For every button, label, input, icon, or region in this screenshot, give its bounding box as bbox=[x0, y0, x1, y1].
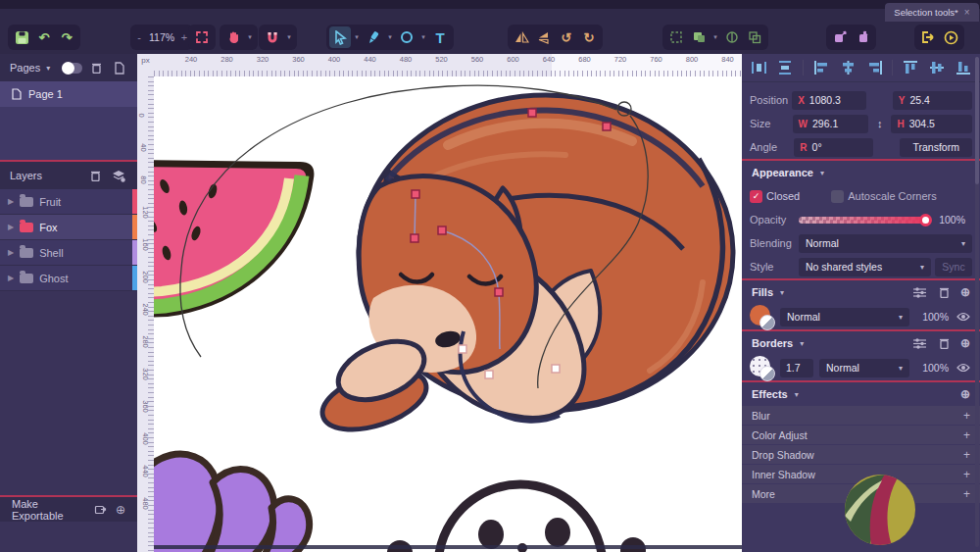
redo-button[interactable]: ↷ bbox=[56, 26, 77, 48]
effect-item-color-adjust[interactable]: Color Adjust + bbox=[742, 426, 980, 444]
fill-blend-dropdown[interactable]: Normal ▾ bbox=[780, 308, 909, 326]
flip-horizontal-button[interactable] bbox=[511, 26, 532, 48]
add-icon[interactable]: + bbox=[963, 428, 970, 442]
add-icon[interactable]: + bbox=[963, 409, 970, 423]
zoom-level[interactable]: 117% bbox=[146, 31, 177, 43]
flip-vertical-button[interactable] bbox=[533, 26, 555, 48]
lock-ratio-button[interactable]: ↕ bbox=[872, 115, 887, 132]
fill-settings-button[interactable] bbox=[911, 287, 929, 298]
layer-expand-caret-icon[interactable]: ▶ bbox=[8, 248, 14, 257]
appearance-header[interactable]: Appearance ▾ bbox=[742, 161, 980, 184]
add-export-icon[interactable]: ⊕ bbox=[116, 503, 125, 517]
shape-tool-button[interactable] bbox=[396, 26, 417, 48]
blending-dropdown[interactable]: Normal ▾ bbox=[799, 234, 972, 253]
fox-illustration[interactable] bbox=[316, 95, 733, 441]
align-right-button[interactable] bbox=[865, 60, 883, 75]
position-x-field[interactable]: X 1080.3 bbox=[792, 91, 866, 110]
zoom-out-button[interactable]: - bbox=[133, 31, 145, 43]
delete-page-button[interactable] bbox=[88, 62, 105, 74]
border-visibility-button[interactable] bbox=[955, 363, 972, 373]
pen-tool-button[interactable] bbox=[363, 26, 384, 48]
layer-expand-caret-icon[interactable]: ▶ bbox=[8, 274, 14, 282]
fill-color-swatch[interactable] bbox=[750, 305, 774, 329]
group-button[interactable] bbox=[688, 26, 710, 48]
add-icon[interactable]: + bbox=[963, 468, 970, 481]
make-exportable-button[interactable] bbox=[93, 504, 108, 516]
add-icon[interactable]: + bbox=[963, 487, 970, 501]
height-field[interactable]: H 304.5 bbox=[891, 115, 972, 133]
snap-button[interactable] bbox=[262, 26, 283, 48]
zoom-to-fit-button[interactable] bbox=[191, 26, 213, 48]
layer-item-fox[interactable]: ▶ Fox bbox=[0, 215, 137, 240]
border-color-swatch[interactable] bbox=[750, 356, 774, 380]
align-top-button[interactable] bbox=[902, 60, 919, 75]
document-tab[interactable]: Selection tools* × bbox=[885, 3, 979, 22]
fill-visibility-button[interactable] bbox=[955, 312, 972, 322]
layer-item-ghost[interactable]: ▶ Ghost bbox=[0, 266, 137, 291]
add-effect-icon[interactable]: ⊕ bbox=[960, 387, 970, 401]
add-layer-button[interactable] bbox=[110, 170, 127, 182]
distribute-horizontal-button[interactable] bbox=[750, 60, 767, 75]
effect-item-drop-shadow[interactable]: Drop Shadow + bbox=[742, 445, 980, 464]
divide-button[interactable] bbox=[721, 26, 743, 48]
pages-caret-icon[interactable]: ▾ bbox=[46, 64, 50, 73]
save-button[interactable] bbox=[11, 26, 32, 48]
opacity-slider-knob[interactable] bbox=[919, 214, 932, 226]
horizontal-ruler[interactable]: 2402803203604004404805205606006406807207… bbox=[154, 54, 742, 76]
delete-fill-button[interactable] bbox=[936, 286, 954, 298]
fills-header[interactable]: Fills ▾ ⊕ bbox=[742, 280, 980, 304]
position-y-field[interactable]: Y 25.4 bbox=[893, 91, 972, 110]
layer-expand-caret-icon[interactable]: ▶ bbox=[8, 197, 14, 206]
text-tool-button[interactable]: T bbox=[429, 26, 451, 48]
autoscale-checkbox[interactable] bbox=[831, 190, 844, 203]
delete-layer-button[interactable] bbox=[86, 170, 104, 181]
copy-style-button[interactable] bbox=[829, 26, 851, 48]
add-border-icon[interactable]: ⊕ bbox=[960, 336, 970, 350]
pen-tool-caret-icon[interactable]: ▾ bbox=[385, 33, 395, 41]
sync-button[interactable]: Sync bbox=[935, 258, 972, 276]
canvas-scrollbar[interactable] bbox=[154, 545, 742, 549]
effect-item-blur[interactable]: Blur + bbox=[742, 406, 980, 425]
layer-item-shell[interactable]: ▶ Shell bbox=[0, 240, 137, 266]
align-middle-vertical-button[interactable] bbox=[928, 60, 946, 75]
rotate-ccw-button[interactable]: ↺ bbox=[556, 26, 577, 48]
border-blend-dropdown[interactable]: Normal ▾ bbox=[819, 359, 909, 377]
vertical-ruler[interactable]: 04080120160200240280320360400440480 bbox=[137, 76, 154, 552]
align-left-button[interactable] bbox=[812, 60, 830, 75]
opacity-slider[interactable] bbox=[799, 217, 928, 224]
present-button[interactable] bbox=[940, 26, 961, 48]
undo-button[interactable]: ↶ bbox=[33, 26, 55, 48]
align-bottom-button[interactable] bbox=[955, 60, 972, 75]
shell-illustration[interactable] bbox=[154, 454, 310, 552]
pan-tool-button[interactable] bbox=[222, 26, 244, 48]
border-settings-button[interactable] bbox=[911, 338, 929, 349]
rotation-field[interactable]: R 0° bbox=[794, 138, 872, 157]
export-button[interactable] bbox=[917, 26, 939, 48]
border-width-field[interactable]: 1.7 bbox=[780, 359, 813, 377]
layer-expand-caret-icon[interactable]: ▶ bbox=[8, 223, 14, 231]
pan-options-caret-icon[interactable]: ▾ bbox=[245, 33, 255, 41]
ghost-illustration[interactable] bbox=[387, 484, 646, 552]
style-dropdown[interactable]: No shared styles ▾ bbox=[799, 258, 931, 276]
panel-scrollbar[interactable] bbox=[975, 57, 979, 547]
delete-border-button[interactable] bbox=[936, 337, 954, 349]
pages-toggle[interactable] bbox=[62, 63, 82, 74]
paste-style-button[interactable] bbox=[852, 26, 873, 48]
group-options-caret-icon[interactable]: ▾ bbox=[710, 33, 720, 41]
watermelon-illustration[interactable] bbox=[154, 160, 314, 318]
marquee-button[interactable] bbox=[665, 26, 687, 48]
page-item-1[interactable]: Page 1 bbox=[0, 81, 137, 107]
layer-item-fruit[interactable]: ▶ Fruit bbox=[0, 189, 137, 215]
selection-tool-caret-icon[interactable]: ▾ bbox=[352, 33, 362, 41]
add-icon[interactable]: + bbox=[963, 448, 970, 462]
close-icon[interactable]: × bbox=[964, 7, 970, 18]
canvas[interactable] bbox=[154, 76, 742, 552]
exclude-button[interactable] bbox=[744, 26, 765, 48]
selection-tool-button[interactable] bbox=[329, 26, 351, 48]
transform-button[interactable]: Transform bbox=[900, 138, 972, 157]
align-center-horizontal-button[interactable] bbox=[839, 60, 857, 75]
add-fill-icon[interactable]: ⊕ bbox=[960, 285, 970, 299]
add-page-button[interactable] bbox=[111, 62, 127, 75]
borders-header[interactable]: Borders ▾ ⊕ bbox=[742, 331, 980, 355]
width-field[interactable]: W 296.1 bbox=[793, 115, 868, 133]
